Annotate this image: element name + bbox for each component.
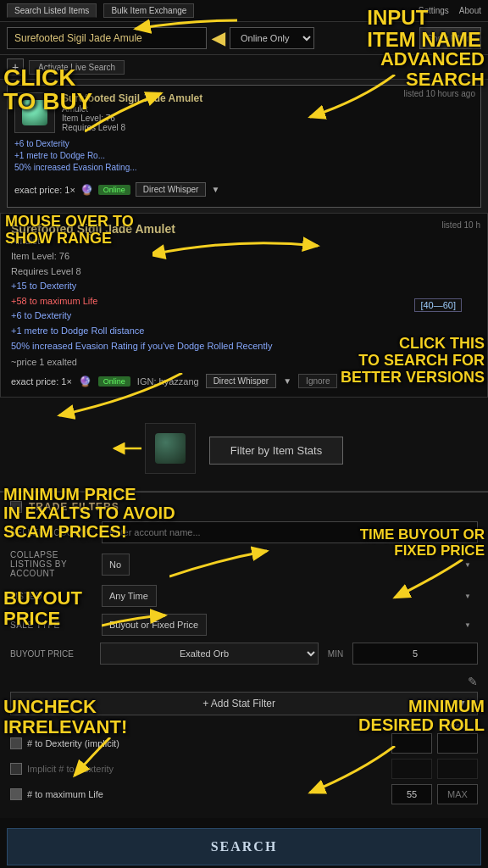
add-stat-dropdown-arrow: ▼ — [457, 698, 467, 709]
online-select[interactable]: Online Only — [230, 27, 314, 49]
buyout-label: Buyout Price — [10, 649, 95, 659]
online-select-wrapper: Online Only — [230, 27, 414, 49]
stat-name-3: # to maximum Life — [27, 789, 386, 799]
show-filters-button[interactable]: Show Filters — [419, 27, 481, 49]
item-gem-visual — [22, 100, 47, 125]
listing-item-level: Item Level: 76 — [11, 249, 477, 264]
add-stat-filter-row[interactable]: + Add Stat Filter ▼ — [10, 692, 478, 715]
stat-checkbox-2[interactable] — [10, 763, 22, 775]
listed-label: Listed — [10, 592, 95, 601]
listing-mod4: +1 metre to Dodge Roll distance — [11, 324, 477, 339]
listing-type: Amulet — [11, 236, 477, 246]
currency-select[interactable]: Exalted Orb — [100, 643, 319, 665]
stat-name-1: # to Dexterity (implicit) — [27, 738, 386, 748]
listing-mod5: 50% increased Evasion Rating if you've D… — [11, 339, 477, 354]
stat-name-2: Implicit # to Dexterity — [27, 764, 386, 774]
filter-icon-area — [145, 423, 196, 474]
item-req: Requires Level 8 — [62, 123, 474, 132]
about-link[interactable]: About — [459, 6, 481, 15]
activate-live-search-button[interactable]: Activate Live Search — [29, 60, 125, 75]
stat-item-2: Implicit # to Dexterity — [10, 759, 478, 779]
item-preview-card: Surefooted Sigil Jade Amulet Amulet Item… — [7, 85, 481, 208]
stat-min-2[interactable] — [391, 759, 432, 779]
item-mods-preview: +6 to Dexterity +1 metre to Dodge Ro... … — [14, 138, 474, 174]
stat-item-3: # to maximum Life — [10, 784, 478, 804]
trade-filters-checkbox[interactable] — [10, 501, 22, 513]
trade-filters-title: Trade Filters — [29, 501, 119, 513]
trade-filters-section: Trade Filters Seller Account Collapse Li… — [0, 492, 488, 818]
search-btn-row: Search — [0, 818, 488, 868]
collapse-row: Collapse Listings by Account No — [10, 550, 478, 578]
stat-min-1[interactable] — [391, 733, 432, 754]
edit-icon[interactable]: ✎ — [468, 675, 478, 688]
collapse-select-wrapper: No — [102, 554, 478, 576]
online-badge: Online — [98, 185, 130, 195]
mod-line-1: +6 to Dexterity — [14, 138, 474, 150]
min-label: MIN — [324, 649, 347, 659]
search-row: ◀ Online Only Show Filters — [0, 22, 488, 55]
sale-type-row: Sale Type Buyout or Fixed Price — [10, 614, 478, 636]
add-button[interactable]: + — [7, 58, 24, 75]
arrow-indicator: ◀ — [212, 28, 225, 48]
direct-whisper-button[interactable]: Direct Whisper — [136, 182, 207, 197]
add-stat-label: + Add Stat Filter — [21, 698, 457, 709]
min-value-input[interactable] — [352, 643, 478, 665]
item-level: Item Level: 76 — [62, 114, 474, 123]
collapse-label: Collapse Listings by Account — [10, 550, 95, 578]
listing-price: ~price 1 exalted — [11, 357, 477, 367]
filter-by-item-stats-button[interactable]: Filter by Item Stats — [209, 437, 343, 465]
listing-online-badge: Online — [98, 376, 130, 387]
whisper-row-preview: exact price: 1× 🔮 Online Direct Whisper … — [14, 179, 474, 200]
tab-bar: Search Listed Items Bulk Item Exchange — [7, 3, 194, 18]
trade-filters-header: Trade Filters — [10, 501, 478, 513]
listing-name: Surefooted Sigil Jade Amulet — [11, 222, 477, 236]
sale-type-select-wrapper: Buyout or Fixed Price — [102, 614, 478, 636]
item-type: Amulet — [62, 104, 474, 114]
stat-max-3[interactable] — [437, 784, 478, 804]
listed-row: Listed Any Time — [10, 585, 478, 607]
stat-checkbox-1[interactable] — [10, 737, 22, 749]
ign-text: IGN: hyazzang — [137, 376, 199, 387]
top-bar: Search Listed Items Bulk Item Exchange S… — [0, 0, 488, 22]
stat-max-1[interactable] — [437, 733, 478, 754]
ignore-button[interactable]: Ignore — [298, 374, 337, 388]
listing-whisper-button[interactable]: Direct Whisper — [206, 374, 277, 388]
stat-checkbox-3[interactable] — [10, 788, 22, 800]
whisper-dropdown-arrow[interactable]: ▼ — [211, 185, 219, 194]
tab-bulk-exchange[interactable]: Bulk Item Exchange — [103, 3, 194, 18]
mod-line-3: 50% increased Evasion Rating... — [14, 162, 474, 174]
item-details: Surefooted Sigil Jade Amulet Amulet Item… — [62, 92, 474, 133]
item-time: listed 10 hours ago — [403, 89, 475, 98]
settings-link[interactable]: Settings — [419, 6, 449, 15]
top-bar-right: Settings About — [419, 6, 481, 15]
listed-time: listed 10 h — [441, 220, 480, 230]
stat-min-header: MIN — [391, 722, 432, 731]
edit-row: ✎ — [10, 671, 478, 692]
mod-line-2: +1 metre to Dodge Ro... — [14, 150, 474, 162]
collapse-select[interactable]: No — [102, 554, 130, 576]
item-icon[interactable] — [14, 92, 55, 133]
stat-max-header: MAX — [437, 722, 478, 731]
filter-icon-arrow — [111, 440, 145, 457]
stat-header-row: MIN MAX — [10, 722, 478, 731]
search-button[interactable]: Search — [7, 828, 481, 865]
tab-search-listed[interactable]: Search Listed Items — [7, 3, 97, 18]
seller-input[interactable] — [102, 521, 478, 543]
stat-min-3[interactable] — [391, 784, 432, 804]
listing-whisper-dropdown[interactable]: ▼ — [283, 376, 291, 386]
stat-max-2[interactable] — [437, 759, 478, 779]
listed-select-wrapper: Any Time — [102, 585, 478, 607]
stat-item-1: # to Dexterity (implicit) — [10, 733, 478, 754]
buyout-price-row: Buyout Price Exalted Orb MIN — [10, 643, 478, 665]
price-text: exact price: 1× — [14, 185, 75, 195]
search-input[interactable] — [7, 27, 207, 49]
filter-section: Filter by Item Stats — [0, 398, 488, 492]
listed-select[interactable]: Any Time — [102, 585, 157, 607]
listing-mod1: +15 to Dexterity — [11, 279, 477, 294]
sale-type-label: Sale Type — [10, 620, 95, 630]
sale-type-select[interactable]: Buyout or Fixed Price — [102, 614, 207, 636]
exact-price-label: exact price: 1× — [11, 376, 72, 387]
item-silhouette-gem — [155, 433, 186, 464]
activate-row: + Activate Live Search — [0, 55, 488, 80]
seller-label: Seller Account — [10, 528, 95, 537]
